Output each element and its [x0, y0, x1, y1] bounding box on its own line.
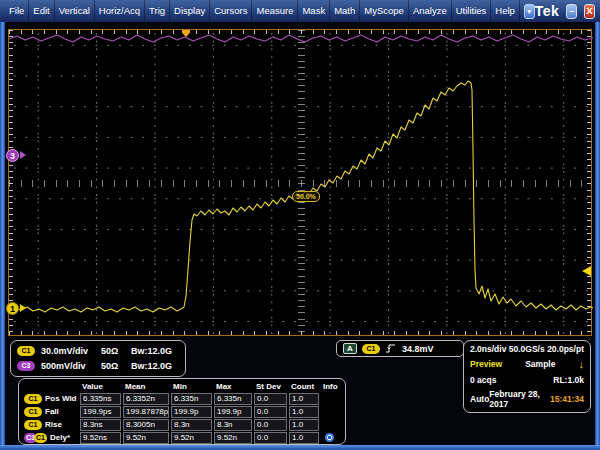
channel3-position-marker[interactable]: 3 — [6, 149, 19, 162]
menubar: File Edit Vertical Horiz/Acq Trig Displa… — [0, 0, 600, 22]
channel1-marker-arrow-icon — [20, 304, 26, 312]
row1-max: 6.335n — [214, 393, 252, 405]
row2-count: 1.0 — [289, 406, 319, 418]
row3-count: 1.0 — [289, 419, 319, 431]
trigger-level-value: 34.8mV — [402, 344, 434, 354]
channel1-bandwidth: Bw:12.0G — [131, 346, 172, 356]
row4-stdev: 0.0 — [254, 432, 287, 444]
chevron-down-icon: ▼ — [526, 8, 533, 15]
menu-overflow-button[interactable]: ▼ — [524, 4, 535, 19]
measurement-row-fall: C1 Fall 199.9ps 199.87878p 199.9p 199.9p… — [24, 405, 340, 418]
row1-mean: 6.3352n — [123, 393, 169, 405]
acq-mode: Sample — [525, 359, 555, 369]
row4-source-badge-c1: C1 — [34, 433, 47, 443]
row4-max: 9.52n — [214, 432, 252, 444]
trigger-a-badge: A — [343, 343, 357, 354]
menu-vertical[interactable]: Vertical — [55, 0, 95, 22]
row3-min: 8.3n — [171, 419, 212, 431]
measurement-table: Value Mean Min Max St Dev Count Info C1 … — [18, 378, 346, 445]
acq-count: 0 acqs — [470, 375, 496, 385]
measurement-row-rise: C1 Rise 8.3ns 8.3005n 8.3n 8.3n 0.0 1.0 — [24, 418, 340, 431]
menu-edit[interactable]: Edit — [29, 0, 54, 22]
info-target-icon[interactable] — [325, 433, 334, 442]
preview-status: Preview — [470, 359, 502, 369]
row4-value: 9.52ns — [80, 432, 121, 444]
row2-name: Fall — [45, 407, 59, 416]
trigger-level-arrow[interactable] — [582, 266, 591, 276]
record-length: RL:1.0k — [553, 375, 584, 385]
row3-name: Rise — [45, 420, 62, 429]
channel3-badge: C3 — [17, 361, 35, 371]
menu-cursors[interactable]: Cursors — [210, 0, 252, 22]
row3-value: 8.3ns — [80, 419, 121, 431]
row4-mean: 9.52n — [123, 432, 169, 444]
menu-measure[interactable]: Measure — [252, 0, 298, 22]
timebase-readout-box: 2.0ns/div 50.0GS/s 20.0ps/pt Preview Sam… — [463, 340, 591, 413]
date-display: February 28, 2017 — [489, 389, 550, 409]
close-icon: X — [587, 6, 593, 16]
header-value: Value — [80, 382, 123, 391]
menu-display[interactable]: Display — [170, 0, 210, 22]
channel1-impedance: 50Ω — [101, 346, 131, 356]
channel3-readout[interactable]: C3 500mV/div 50Ω Bw:12.0G — [17, 361, 179, 371]
channel3-impedance: 50Ω — [101, 361, 131, 371]
menu-utilities[interactable]: Utilities — [452, 0, 492, 22]
row3-max: 8.3n — [214, 419, 252, 431]
channel-readout-box: C1 30.0mV/div 50Ω Bw:12.0G C3 500mV/div … — [10, 340, 186, 377]
waveforms-svg — [9, 30, 593, 337]
header-count: Count — [289, 382, 321, 391]
row2-source-badge: C1 — [24, 407, 42, 417]
row3-stdev: 0.0 — [254, 419, 287, 431]
measurement-row-poswid: C1 Pos Wid 6.335ns 6.3352n 6.335n 6.335n… — [24, 392, 340, 405]
channel1-badge: C1 — [17, 346, 35, 356]
measurement-header-row: Value Mean Min Max St Dev Count Info — [24, 380, 340, 392]
header-stdev: St Dev — [254, 382, 289, 391]
row1-min: 6.335n — [171, 393, 212, 405]
window-frame-right — [595, 22, 600, 450]
timebase-scale: 2.0ns/div — [470, 344, 506, 354]
row3-mean: 8.3005n — [123, 419, 169, 431]
resolution: 20.0ps/pt — [547, 344, 584, 354]
header-min: Min — [171, 382, 214, 391]
menu-help[interactable]: Help — [491, 0, 520, 22]
trigger-readout-box[interactable]: A C1 34.8mV — [336, 340, 464, 357]
channel3-marker-arrow-icon — [20, 151, 26, 159]
menu-horiz-acq[interactable]: Horiz/Acq — [95, 0, 145, 22]
measurement-row-delay: C3 C1 Dely* 9.52ns 9.52n 9.52n 9.52n 0.0… — [24, 431, 340, 444]
arrow-down-icon: ↓ — [578, 358, 584, 370]
sample-rate: 50.0GS/s — [509, 344, 545, 354]
row1-count: 1.0 — [289, 393, 319, 405]
row2-value: 199.9ps — [80, 406, 121, 418]
menu-file[interactable]: File — [5, 0, 29, 22]
menu-analyze[interactable]: Analyze — [409, 0, 452, 22]
trigger-point-tag: 50.0% — [292, 191, 320, 202]
menu-mask[interactable]: Mask — [298, 0, 330, 22]
row4-min: 9.52n — [171, 432, 212, 444]
row2-mean: 199.87878p — [123, 406, 169, 418]
minimize-button[interactable]: – — [566, 4, 577, 19]
row4-count: 1.0 — [289, 432, 319, 444]
channel3-bandwidth: Bw:12.0G — [131, 361, 172, 371]
row2-stdev: 0.0 — [254, 406, 287, 418]
channel1-readout[interactable]: C1 30.0mV/div 50Ω Bw:12.0G — [17, 346, 179, 356]
row1-stdev: 0.0 — [254, 393, 287, 405]
row4-name: Dely* — [50, 433, 70, 442]
channel3-scale: 500mV/div — [41, 361, 101, 371]
menu-myscope[interactable]: MyScope — [360, 0, 409, 22]
row2-min: 199.9p — [171, 406, 212, 418]
menu-math[interactable]: Math — [330, 0, 360, 22]
trig-mode: Auto — [470, 394, 489, 404]
close-button[interactable]: X — [584, 4, 595, 19]
row3-source-badge: C1 — [24, 420, 42, 430]
row1-name: Pos Wid — [45, 394, 76, 403]
oscilloscope-screen: File Edit Vertical Horiz/Acq Trig Displa… — [0, 0, 600, 450]
menu-trig[interactable]: Trig — [145, 0, 170, 22]
window-frame-bottom — [0, 445, 600, 450]
header-mean: Mean — [123, 382, 171, 391]
graticule: 50.0% 3 1 — [8, 29, 592, 336]
channel1-position-marker[interactable]: 1 — [6, 302, 19, 315]
row1-value: 6.335ns — [80, 393, 121, 405]
trigger-source-badge: C1 — [362, 344, 380, 354]
minimize-icon: – — [569, 6, 574, 16]
channel1-scale: 30.0mV/div — [41, 346, 101, 356]
